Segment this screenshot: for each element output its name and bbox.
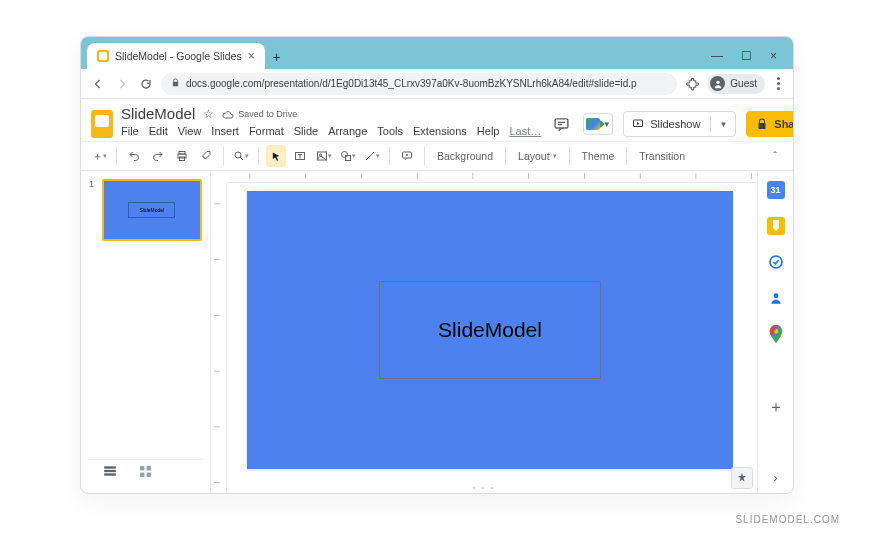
svg-rect-16 [140,466,144,470]
slideshow-label: Slideshow [650,118,700,130]
comment-button[interactable] [397,145,417,167]
line-tool[interactable]: ▾ [362,145,382,167]
chevron-down-icon[interactable]: ▼ [717,120,729,129]
undo-button[interactable] [124,145,144,167]
addons-button[interactable]: ＋ [768,397,784,418]
maps-icon[interactable] [767,325,785,343]
layout-button[interactable]: Layout▾ [513,150,562,162]
browser-window: SlideModel - Google Slides × + — ☐ × doc… [80,36,794,494]
svg-rect-11 [346,156,351,161]
filmstrip: 1 SlideModel [81,171,211,493]
svg-rect-17 [147,466,151,470]
avatar-icon [710,76,725,91]
meet-button[interactable]: ▼ [583,113,613,135]
doc-title[interactable]: SlideModel [121,105,195,122]
slide-canvas: | | | | | | | | | | | | | | | | | | | | … [211,171,757,493]
filmstrip-footer [89,459,202,485]
thumb-text: SlideModel [128,202,175,218]
url-field[interactable]: docs.google.com/presentation/d/1Eg0Di13t… [161,73,677,95]
menu-edit[interactable]: Edit [149,125,168,137]
title-textbox[interactable]: SlideModel [379,281,601,379]
speaker-notes-handle[interactable]: • • • [473,483,496,492]
select-tool[interactable] [266,145,286,167]
slides-logo-icon[interactable] [91,107,113,141]
menu-extensions[interactable]: Extensions [413,125,467,137]
background-button[interactable]: Background [432,150,498,162]
browser-tab[interactable]: SlideModel - Google Slides × [87,43,265,69]
tasks-icon[interactable] [767,253,785,271]
svg-rect-13 [104,466,116,468]
browser-menu-icon[interactable] [771,77,785,90]
menu-slide[interactable]: Slide [294,125,318,137]
share-button[interactable]: Share [746,111,794,137]
new-tab-button[interactable]: + [265,45,289,69]
explore-button[interactable] [731,467,753,489]
menu-file[interactable]: File [121,125,139,137]
toolbar-overflow-icon[interactable]: ˆ [765,145,785,167]
main-area: 1 SlideModel | | | | | | | | | | | | | |… [81,171,793,493]
last-edit[interactable]: Last… [509,125,541,137]
new-slide-button[interactable]: ＋▾ [89,145,109,167]
filmstrip-slide[interactable]: 1 SlideModel [89,179,202,241]
paint-format-button[interactable] [196,145,216,167]
url-text: docs.google.com/presentation/d/1Eg0Di13t… [186,78,637,89]
window-maximize-icon[interactable]: ☐ [741,49,752,63]
toolbar: ＋▾ ▾ ▾ ▾ ▾ Background Layout▾ Theme Tran… [81,141,793,171]
menu-format[interactable]: Format [249,125,284,137]
redo-button[interactable] [148,145,168,167]
grid-view-icon[interactable] [139,465,152,481]
slide[interactable]: SlideModel [247,191,733,469]
menu-help[interactable]: Help [477,125,500,137]
print-button[interactable] [172,145,192,167]
menu-bar: File Edit View Insert Format Slide Arran… [121,125,541,137]
slide-stage[interactable]: SlideModel [247,191,733,469]
svg-rect-18 [140,472,144,476]
collapse-rail-icon[interactable]: › [774,471,778,485]
app-header: SlideModel ☆ Saved to Drive File Edit Vi… [81,99,793,141]
slideshow-button[interactable]: Slideshow ▼ [623,111,736,137]
menu-arrange[interactable]: Arrange [328,125,367,137]
slide-number: 1 [89,179,97,241]
keep-icon[interactable] [767,217,785,235]
window-minimize-icon[interactable]: — [711,49,723,63]
tab-title: SlideModel - Google Slides [115,50,242,62]
drive-status[interactable]: Saved to Drive [222,109,297,119]
window-controls: — ☐ × [711,49,787,69]
lock-icon [171,78,180,89]
guest-label: Guest [730,78,757,89]
contacts-icon[interactable] [767,289,785,307]
comment-history-icon[interactable] [549,112,573,136]
filmstrip-view-icon[interactable] [103,465,117,480]
slides-favicon-icon [97,50,109,62]
menu-view[interactable]: View [178,125,202,137]
horizontal-ruler[interactable]: | | | | | | | | | | | | | | | | | | [227,171,757,183]
svg-point-10 [342,152,348,158]
svg-point-21 [773,293,778,298]
svg-rect-15 [104,473,116,475]
image-tool[interactable]: ▾ [314,145,334,167]
nav-back-button[interactable] [89,75,107,93]
address-bar: docs.google.com/presentation/d/1Eg0Di13t… [81,69,793,99]
shape-tool[interactable]: ▾ [338,145,358,167]
star-icon[interactable]: ☆ [203,107,214,121]
nav-forward-button[interactable] [113,75,131,93]
calendar-icon[interactable]: 31 [767,181,785,199]
menu-insert[interactable]: Insert [211,125,239,137]
svg-rect-14 [104,470,116,472]
window-close-icon[interactable]: × [770,49,777,63]
vertical-ruler[interactable]: | | | | | | | | | | | [211,183,227,493]
svg-rect-1 [555,118,568,127]
nav-reload-button[interactable] [137,75,155,93]
tab-close-icon[interactable]: × [248,49,255,63]
transition-button[interactable]: Transition [634,150,690,162]
browser-titlebar: SlideModel - Google Slides × + — ☐ × [81,37,793,69]
zoom-button[interactable]: ▾ [231,145,251,167]
profile-guest[interactable]: Guest [707,74,765,94]
svg-point-0 [716,80,719,83]
textbox-tool[interactable] [290,145,310,167]
menu-tools[interactable]: Tools [377,125,403,137]
theme-button[interactable]: Theme [577,150,620,162]
slide-thumbnail[interactable]: SlideModel [102,179,202,241]
svg-rect-19 [147,472,151,476]
extensions-icon[interactable] [683,75,701,93]
